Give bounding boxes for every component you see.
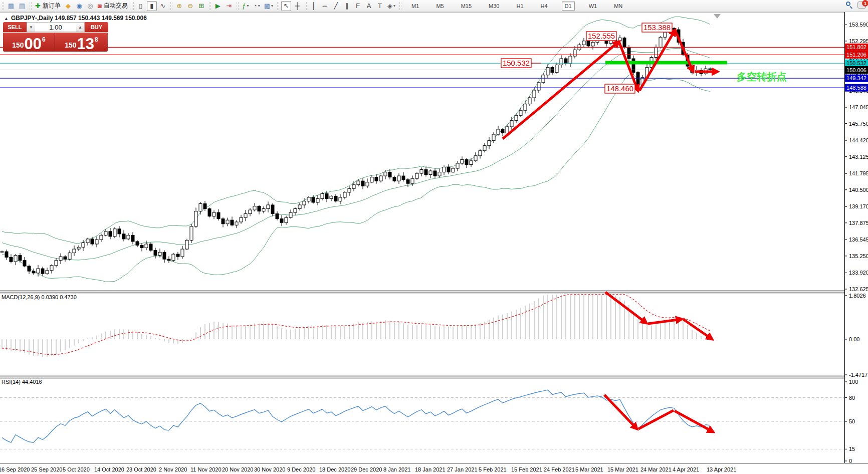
crosshair-button[interactable]: ┼ [292,1,302,11]
svg-text:150.006: 150.006 [846,67,866,73]
svg-text:30 Nov 2020: 30 Nov 2020 [254,466,285,472]
buy-price-main: 150 [65,42,76,49]
timeframe-m30-button[interactable]: M30 [486,2,502,11]
svg-text:15: 15 [849,446,855,452]
svg-text:5 Feb 2021: 5 Feb 2021 [479,466,507,472]
arrows-button[interactable]: ◈▾ [386,1,397,11]
zoom-out-button[interactable]: ⊖ [185,1,195,11]
trendline-button[interactable]: ╱ [331,1,341,11]
svg-text:24 Mar 2021: 24 Mar 2021 [640,466,672,472]
chart-canvas[interactable]: 多空转折点152.555153.388150.532148.460MACD(12… [0,0,868,474]
periods-button[interactable]: ◔▾ [252,1,262,11]
arrows-dropdown-icon[interactable]: ▾ [393,4,395,8]
svg-text:50: 50 [849,418,855,424]
buy-price-button[interactable]: 150 13 8 [55,33,108,52]
collapse-panel-icon[interactable]: ▲ [4,16,9,21]
volume-decrease-button[interactable]: ▼ [27,23,35,32]
svg-text:1.8026: 1.8026 [849,293,866,299]
search-icon[interactable] [845,1,853,9]
periods-icon: ◔ [253,3,257,9]
arrows-icon: ◈ [387,3,392,9]
svg-text:144.420: 144.420 [849,137,868,143]
auto-scroll-button[interactable]: ▶ [213,1,223,11]
timeframe-h4-button[interactable]: H4 [538,2,551,11]
svg-text:140.500: 140.500 [849,187,868,193]
tile-windows-button[interactable]: ⊞ [196,1,206,11]
candlestick-chart-icon: ▮ [150,3,153,9]
timeframe-mn-button[interactable]: MN [611,2,625,11]
chart-title: ▲GBPJPY-,Daily 149.857 150.443 149.569 1… [4,15,147,22]
timeframe-m1-button[interactable]: M1 [408,2,422,11]
sell-price-button[interactable]: 150 00 6 [3,33,55,52]
volume-spinner: ▼ 1.00 ▲ [27,22,85,32]
text-button[interactable]: A [364,1,374,11]
new-order-button[interactable]: ✚新订单 [34,1,62,11]
tile-windows-icon: ⊞ [198,3,204,9]
zoom-in-button[interactable]: ⊕ [174,1,184,11]
price-annotation-label[interactable]: 153.388 [642,23,672,32]
text-label-button[interactable]: T [375,1,385,11]
cursor-button[interactable]: ↖ [281,1,291,11]
indicators-dropdown-icon[interactable]: ▾ [247,4,249,8]
signals-button[interactable]: ◎ [85,1,95,11]
toolbar-separator [399,2,401,11]
periods-dropdown-icon[interactable]: ▾ [258,4,260,8]
timeframe-w1-button[interactable]: W1 [586,2,600,11]
chart-shift-button[interactable]: ⇥ [224,1,234,11]
search-handle [850,6,853,9]
timeframe-m5-button[interactable]: M5 [433,2,447,11]
indicators-button[interactable]: ƒ▾ [241,1,251,11]
price-axis[interactable]: 153.590152.295150.965149.670148.340147.0… [844,12,868,464]
mql5-community-button[interactable]: ◉ [74,1,84,11]
templates-dropdown-icon[interactable]: ▾ [271,4,273,8]
svg-text:8 Jan 2021: 8 Jan 2021 [383,466,410,472]
profiles-icon: ▤ [19,3,25,9]
equidistant-channel-icon: ∥ [345,3,349,9]
bar-chart-button[interactable]: ▯ [136,1,146,11]
date-axis[interactable]: 16 Sep 202025 Sep 20205 Oct 202014 Oct 2… [0,466,736,472]
volume-increase-button[interactable]: ▲ [76,23,84,32]
horizontal-line-button[interactable]: ─ [320,1,330,11]
turning-point-annotation-text[interactable]: 多空转折点 [737,71,787,82]
fibonacci-button[interactable]: F [353,1,363,11]
svg-text:15 Feb 2021: 15 Feb 2021 [511,466,542,472]
candlestick-chart-button[interactable]: ▮ [147,1,157,11]
new-chart-button[interactable]: ▦ [6,1,16,11]
timeframe-m15-button[interactable]: M15 [458,2,475,11]
horizontal-line-icon: ─ [322,3,327,9]
timeframe-d1-button[interactable]: D1 [562,2,575,11]
trendline-icon: ╱ [334,3,338,9]
price-annotation-label[interactable]: 152.555 [586,32,616,41]
auto-scroll-icon: ▶ [215,3,221,9]
svg-text:143.125: 143.125 [849,154,868,160]
templates-button[interactable]: ▩▾ [263,1,275,11]
svg-text:153.590: 153.590 [849,22,868,28]
vertical-line-icon: │ [312,3,316,9]
profiles-button[interactable]: ▤ [17,1,27,11]
turning-point-level-bar[interactable] [605,61,727,65]
buy-button[interactable]: BUY [85,22,108,32]
text-icon: A [367,3,371,9]
svg-text:148.588: 148.588 [846,85,866,91]
toolbar-separator [236,2,239,11]
toolbar-separator [2,2,4,11]
line-chart-button[interactable]: ∿ [158,1,168,11]
new-order-label: 新订单 [43,2,61,10]
sell-button[interactable]: SELL [3,22,27,32]
buy-price-pips: 13 [77,38,94,50]
metaeditor-button[interactable]: ◆ [63,1,73,11]
vertical-line-button[interactable]: │ [309,1,319,11]
svg-text:20 Nov 2020: 20 Nov 2020 [222,466,253,472]
notifications-icon[interactable]: 1 [857,2,866,9]
volume-input[interactable]: 1.00 [35,23,76,32]
zoom-out-icon: ⊖ [187,3,193,9]
timeframe-h1-button[interactable]: H1 [513,2,526,11]
price-annotation-label[interactable]: 148.460 [605,84,635,93]
ohlc-open: 149.857 [55,15,76,22]
auto-trading-button[interactable]: ◙自动交易 [96,1,129,11]
svg-text:0: 0 [849,458,852,464]
equidistant-channel-button[interactable]: ∥ [342,1,352,11]
svg-text:5 Mar 2021: 5 Mar 2021 [575,466,603,472]
chart-window[interactable]: 多空转折点152.555153.388150.532148.460MACD(12… [0,0,868,474]
ohlc-low: 149.569 [102,15,123,22]
